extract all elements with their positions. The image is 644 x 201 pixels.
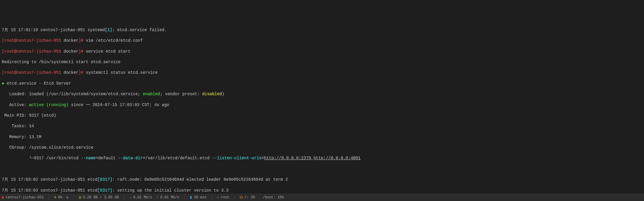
tasks-line: Tasks: 14	[2, 123, 642, 129]
status-user: ☺root	[217, 195, 229, 200]
active-line: Active: active (running) since 一 2024-07…	[2, 102, 642, 108]
blank-line	[2, 166, 642, 172]
memory-icon: ▤	[79, 195, 81, 200]
service-header: ● etcd.service - Etcd Server	[2, 81, 642, 86]
centos-icon: ◉	[2, 195, 4, 200]
status-uptime: ⧗30 min	[190, 195, 206, 200]
log-line: 7月 15 17:03:03 centos7-jichao-051 etcd[9…	[2, 188, 642, 193]
output-line: Redirecting to /bin/systemctl start etcd…	[2, 59, 642, 65]
log-line: 7月 15 17:01:10 centos7-jichao-051 system…	[2, 27, 642, 33]
status-cpu: ⚙0%	[54, 195, 62, 200]
cgroup-proc-line: └─9317 /usr/bin/etcd --name=default --da…	[2, 155, 642, 161]
terminal-output[interactable]: 7月 15 17:01:10 centos7-jichao-051 system…	[2, 22, 642, 201]
status-net-up: ↑0.01 Mb/s	[156, 195, 179, 200]
gauge-icon: ◐	[67, 195, 69, 200]
download-icon: ↓	[129, 195, 131, 200]
memory-line: Memory: 13.1M	[2, 134, 642, 140]
log-line: 7月 15 17:03:02 centos7-jichao-051 etcd[9…	[2, 177, 642, 182]
loaded-line: Loaded: loaded (/usr/lib/systemd/system/…	[2, 91, 642, 97]
mainpid-line: Main PID: 9317 (etcd)	[2, 113, 642, 118]
status-gauge: ◐	[67, 195, 69, 200]
status-bar: ◉centos7-jichao-051 | ⚙0% ◐ | ▤0.28 GB /…	[0, 194, 644, 201]
status-disk: ⛁/: 3% /boot: 15%	[240, 195, 284, 200]
cpu-icon: ⚙	[54, 195, 56, 200]
status-dot-icon: ●	[2, 81, 7, 86]
prompt-line: [root@centos7-jichao-051 docker]# vim /e…	[2, 38, 642, 43]
status-host: ◉centos7-jichao-051	[2, 195, 44, 200]
status-net-down: ↓0.01 Mb/s	[129, 195, 152, 200]
cgroup-line: CGroup: /system.slice/etcd.service	[2, 145, 642, 150]
user-icon: ☺	[217, 195, 219, 200]
clock-icon: ⧗	[190, 195, 192, 200]
prompt-line: [root@centos7-jichao-051 docker]# servic…	[2, 49, 642, 54]
disk-icon: ⛁	[240, 195, 243, 200]
upload-icon: ↑	[156, 195, 158, 200]
prompt-line: [root@centos7-jichao-051 docker]# system…	[2, 70, 642, 75]
status-mem: ▤0.28 GB / 3.68 GB	[79, 195, 119, 200]
